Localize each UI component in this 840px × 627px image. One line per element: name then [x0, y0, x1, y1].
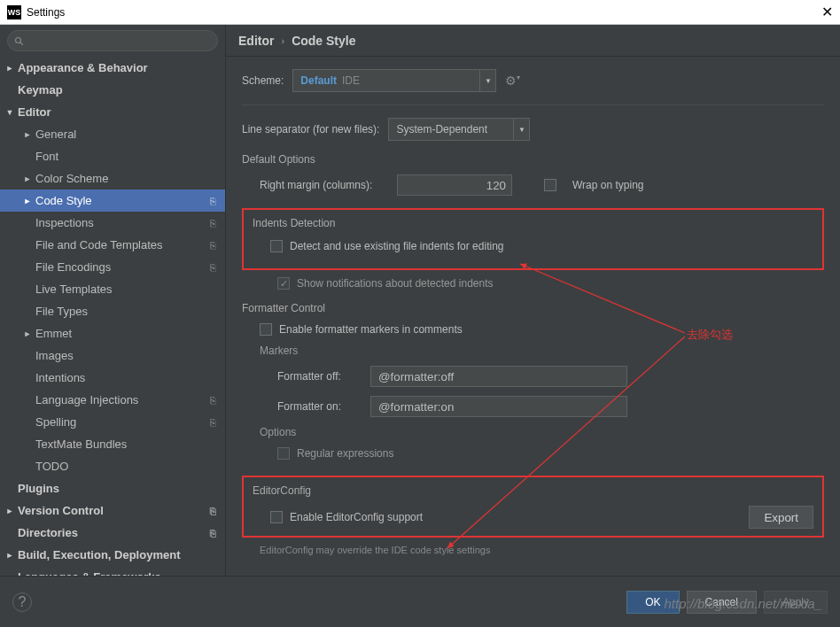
- wrap-checkbox[interactable]: [544, 179, 556, 191]
- chevron-right-icon: ›: [281, 35, 284, 46]
- sidebar-item-label: Languages & Frameworks: [18, 570, 161, 576]
- line-separator-dropdown[interactable]: System-Dependent ▼: [388, 118, 530, 141]
- sidebar-item[interactable]: ►Build, Execution, Deployment: [0, 544, 225, 566]
- breadcrumb-part[interactable]: Editor: [238, 34, 274, 48]
- editorconfig-checkbox[interactable]: [270, 511, 283, 523]
- sidebar-item[interactable]: File and Code Templates⎘: [0, 234, 225, 256]
- sidebar-item[interactable]: ►General: [0, 123, 225, 145]
- ok-button[interactable]: OK: [626, 591, 679, 614]
- chevron-down-icon[interactable]: ▼: [513, 119, 529, 140]
- formatter-off-input[interactable]: [370, 366, 627, 387]
- divider: [242, 104, 824, 105]
- sidebar-item-label: TextMate Bundles: [35, 437, 127, 451]
- right-margin-input[interactable]: [397, 174, 512, 196]
- sidebar-item-label: File Types: [35, 305, 88, 318]
- scope-badge-icon: ⎘: [210, 528, 216, 538]
- sidebar-item[interactable]: Directories⎘: [0, 522, 225, 544]
- sidebar-item-label: Emmet: [35, 327, 72, 340]
- sidebar-item[interactable]: Font: [0, 145, 225, 167]
- formatter-on-label: Formatter on:: [277, 400, 370, 413]
- sidebar-item[interactable]: Inspections⎘: [0, 212, 225, 234]
- close-icon[interactable]: ✕: [821, 4, 833, 20]
- breadcrumb-part: Code Style: [292, 34, 355, 48]
- scope-badge-icon: ⎘: [210, 262, 216, 273]
- tree-arrow-icon: ►: [23, 174, 32, 183]
- options-title: Options: [242, 426, 824, 438]
- formatter-off-label: Formatter off:: [277, 370, 370, 383]
- editorconfig-hint: EditorConfig may override the IDE code s…: [242, 545, 824, 555]
- scheme-label: Scheme:: [242, 74, 284, 87]
- scope-badge-icon: ⎘: [210, 395, 216, 406]
- sidebar-item[interactable]: ►Emmet: [0, 322, 225, 344]
- sidebar-item-label: Live Templates: [35, 283, 112, 296]
- editorconfig-title: EditorConfig: [253, 484, 813, 497]
- line-separator-label: Line separator (for new files):: [242, 123, 379, 135]
- tree-arrow-icon: ►: [5, 573, 14, 577]
- default-options-title: Default Options: [242, 153, 824, 166]
- sidebar-item-label: Color Scheme: [35, 172, 108, 185]
- export-button[interactable]: Export: [749, 506, 813, 529]
- sidebar-item-label: Font: [35, 150, 58, 163]
- right-margin-label: Right margin (columns):: [260, 179, 388, 191]
- footer: ? OK Cancel Apply: [0, 576, 840, 627]
- enable-formatter-checkbox[interactable]: [260, 323, 272, 336]
- annotation-box-editorconfig: EditorConfig Enable EditorConfig support…: [242, 476, 824, 538]
- sidebar-item[interactable]: ►Code Style⎘: [0, 190, 225, 212]
- show-notifications-label: Show notifications about detected indent…: [297, 277, 493, 290]
- sidebar-item-label: Version Control: [18, 504, 104, 517]
- wrap-label: Wrap on typing: [572, 179, 644, 191]
- sidebar-item[interactable]: TODO: [0, 455, 225, 477]
- apply-button[interactable]: Apply: [764, 591, 828, 614]
- tree-arrow-icon: ►: [5, 64, 14, 73]
- search-icon: [14, 35, 25, 45]
- help-button[interactable]: ?: [12, 592, 32, 612]
- sidebar-item[interactable]: File Encodings⎘: [0, 256, 225, 278]
- sidebar-item[interactable]: Plugins: [0, 477, 225, 499]
- detect-indents-checkbox[interactable]: [270, 240, 283, 252]
- sidebar-item[interactable]: ►Appearance & Behavior: [0, 57, 225, 79]
- search-input[interactable]: [7, 30, 218, 51]
- sidebar-item-label: Appearance & Behavior: [18, 61, 148, 74]
- sidebar-item-label: Plugins: [18, 482, 59, 495]
- sidebar-item-label: Code Style: [35, 194, 92, 207]
- sidebar-item[interactable]: Language Injections⎘: [0, 389, 225, 411]
- settings-tree[interactable]: ►Appearance & BehaviorKeymap▼Editor►Gene…: [0, 57, 225, 576]
- sidebar-item[interactable]: ►Languages & Frameworks: [0, 566, 225, 576]
- sidebar-item-label: File Encodings: [35, 260, 111, 274]
- sidebar-item[interactable]: ▼Editor: [0, 101, 225, 123]
- sidebar-item[interactable]: Live Templates: [0, 278, 225, 300]
- tree-arrow-icon: ►: [5, 551, 14, 560]
- sidebar-item[interactable]: Spelling⎘: [0, 411, 225, 433]
- app-logo: WS: [7, 5, 21, 19]
- sidebar-item[interactable]: Keymap: [0, 79, 225, 101]
- sidebar-item[interactable]: File Types: [0, 300, 225, 322]
- sidebar-item[interactable]: Intentions: [0, 367, 225, 389]
- main-area: ►Appearance & BehaviorKeymap▼Editor►Gene…: [0, 25, 840, 576]
- sidebar-item-label: Build, Execution, Deployment: [18, 548, 180, 561]
- sidebar-item-label: Images: [35, 349, 74, 362]
- chevron-down-icon[interactable]: ▼: [479, 70, 495, 91]
- breadcrumb: Editor › Code Style: [226, 25, 840, 57]
- tree-arrow-icon: ►: [5, 507, 14, 515]
- sidebar-item[interactable]: Images: [0, 344, 225, 367]
- scope-badge-icon: ⎘: [210, 196, 216, 206]
- tree-arrow-icon: ►: [23, 197, 32, 205]
- editorconfig-label: Enable EditorConfig support: [290, 511, 423, 523]
- sidebar-item[interactable]: ►Color Scheme: [0, 167, 225, 190]
- titlebar: WS Settings ✕: [0, 0, 840, 25]
- sidebar-item-label: Directories: [18, 526, 78, 539]
- show-notifications-checkbox[interactable]: [277, 277, 290, 290]
- gear-icon[interactable]: ⚙▾: [505, 74, 520, 88]
- tree-arrow-icon: ▼: [5, 108, 14, 117]
- sidebar-item[interactable]: TextMate Bundles: [0, 433, 225, 455]
- content-panel: Editor › Code Style Scheme: Default IDE …: [226, 25, 840, 576]
- regex-checkbox[interactable]: [277, 447, 290, 460]
- sidebar-item-label: Keymap: [18, 83, 63, 97]
- formatter-on-input[interactable]: [370, 396, 627, 417]
- sidebar-item-label: Editor: [18, 105, 51, 119]
- sidebar-item[interactable]: ►Version Control⎘: [0, 499, 225, 522]
- sidebar-item-label: Intentions: [35, 371, 85, 384]
- scope-badge-icon: ⎘: [210, 240, 216, 251]
- scheme-dropdown[interactable]: Default IDE ▼: [292, 69, 496, 92]
- cancel-button[interactable]: Cancel: [687, 591, 757, 614]
